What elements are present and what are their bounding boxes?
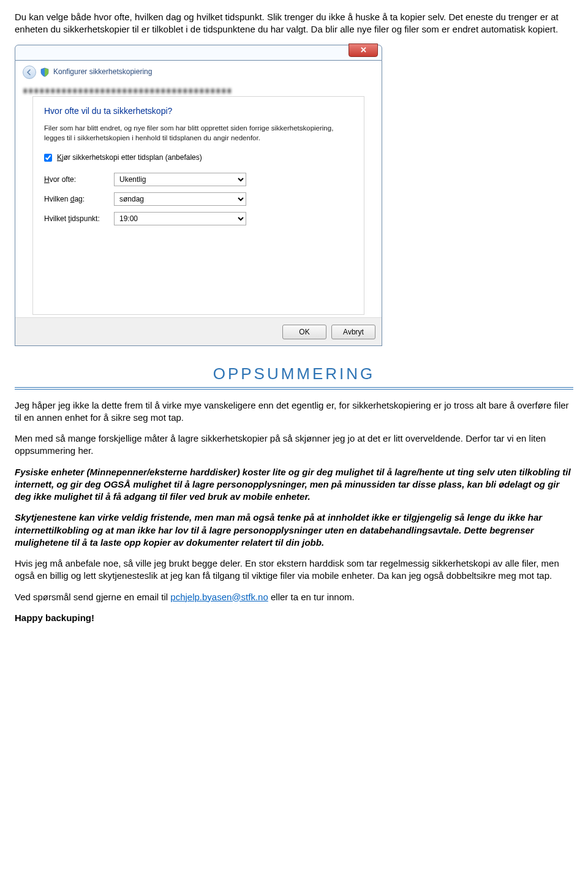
arrow-left-icon (26, 69, 33, 76)
dialog-titlebar: ✕ (15, 45, 382, 61)
label-rest: idspunkt: (70, 214, 100, 223)
dialog-description: Filer som har blitt endret, og nye filer… (44, 124, 353, 143)
ok-button[interactable]: OK (282, 325, 326, 339)
dialog-bottom-bar: OK Avbryt (15, 317, 382, 345)
summary-p1: Jeg håper jeg ikke la dette frem til å v… (15, 399, 573, 424)
which-time-select[interactable]: 19:00 (114, 212, 246, 225)
label-pre: Hvilken (44, 195, 70, 203)
summary-divider (15, 387, 573, 390)
dialog-inset-panel: Hvor ofte vil du ta sikkerhetskopi? File… (32, 96, 364, 315)
accel-letter: H (44, 175, 50, 184)
which-day-select[interactable]: søndag (114, 192, 246, 206)
p6-pre: Ved spørsmål send gjerne en email til (15, 592, 170, 602)
summary-p3: Fysiske enheter (Minnepenner/eksterne ha… (15, 466, 573, 503)
summary-p4: Skytjenestene kan virke veldig fristende… (15, 511, 573, 549)
dialog-screenshot: ✕ Konfigurer sikkerhetskopiering ▖▖▖▖▖▖▖… (15, 45, 382, 346)
summary-p2: Men med så mange forskjellige måter å la… (15, 432, 573, 458)
summary-heading: OPPSUMMERING (15, 363, 573, 385)
happy-backuping: Happy backuping! (15, 612, 573, 624)
how-often-label: Hvor ofte: (44, 175, 109, 184)
label-rest: vor ofte: (50, 175, 76, 184)
row-which-day: Hvilken dag: søndag (44, 192, 353, 206)
accel-letter: K (57, 153, 62, 162)
breadcrumb-text: Konfigurer sikkerhetskopiering (53, 67, 152, 77)
summary-p5: Hvis jeg må anbefale noe, så ville jeg b… (15, 557, 573, 583)
dialog-breadcrumb: Konfigurer sikkerhetskopiering (15, 61, 382, 83)
row-which-time: Hvilket tidspunkt: 19:00 (44, 212, 353, 225)
schedule-checkbox-row: Kjør sikkerhetskopi etter tidsplan (anbe… (44, 153, 353, 162)
summary-p6: Ved spørsmål send gjerne en email til pc… (15, 591, 573, 603)
how-often-select[interactable]: Ukentlig (114, 173, 246, 186)
p6-post: eller ta en tur innom. (268, 592, 355, 602)
back-arrow-icon[interactable] (23, 66, 36, 79)
email-link[interactable]: pchjelp.byasen@stfk.no (170, 592, 268, 602)
row-how-often: Hvor ofte: Ukentlig (44, 173, 353, 186)
checkbox-label-text: jør sikkerhetskopi etter tidsplan (anbef… (62, 153, 202, 162)
shield-icon (40, 67, 50, 77)
which-day-label: Hvilken dag: (44, 194, 109, 204)
which-time-label: Hvilket tidspunkt: (44, 214, 109, 224)
label-pre: Hvilket (44, 214, 68, 223)
close-icon[interactable]: ✕ (349, 43, 378, 57)
dialog-question: Hvor ofte vil du ta sikkerhetskopi? (44, 105, 353, 117)
label-rest: ag: (74, 195, 85, 203)
intro-paragraph: Du kan velge både hvor ofte, hvilken dag… (15, 11, 573, 36)
blurred-subtitle: ▖▖▖▖▖▖▖▖▖▖▖▖▖▖▖▖▖▖▖▖▖▖▖▖▖▖▖▖▖▖▖▖▖▖▖▖▖▖ (15, 83, 382, 97)
schedule-checkbox[interactable] (44, 154, 52, 162)
cancel-button[interactable]: Avbryt (331, 325, 375, 339)
dialog-body: Konfigurer sikkerhetskopiering ▖▖▖▖▖▖▖▖▖… (15, 61, 382, 346)
schedule-checkbox-label: Kjør sikkerhetskopi etter tidsplan (anbe… (57, 153, 202, 162)
